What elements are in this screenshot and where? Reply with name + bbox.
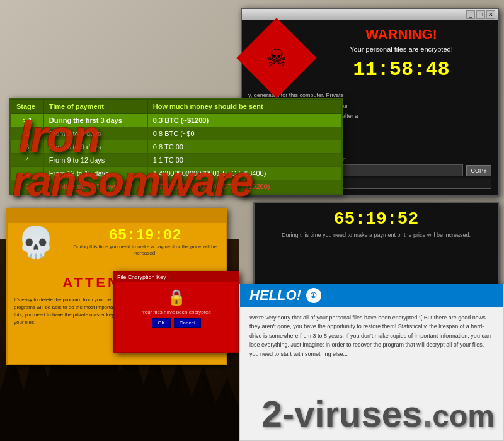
lock-icon: 🔒 <box>118 289 235 306</box>
hello-text: We're very sorry that all of your person… <box>249 314 491 357</box>
timer2-text: During this time you need to make a paym… <box>255 232 498 238</box>
skull-icon-area: 💀 <box>17 225 61 269</box>
wannacry-title: File Encryption Key <box>117 274 166 280</box>
cancel-btn[interactable]: Cancel <box>174 318 201 328</box>
warning-title: WARNING! <box>311 26 491 43</box>
hello-title: HELLO! <box>249 287 301 304</box>
twoviruses-label: 2-viruses <box>261 393 422 434</box>
wannacry-body: Your files have been encrypted <box>118 309 235 315</box>
hello-header: HELLO! ① <box>240 284 503 307</box>
amount-cell: 0.8 BTC (~$0 <box>147 127 341 140</box>
wannacry-content: 🔒 Your files have been encrypted OK Canc… <box>115 282 238 331</box>
ok-button[interactable]: OK <box>152 318 171 328</box>
twoviruses-text: 2-viruses.com <box>261 392 495 435</box>
skull-window-header <box>8 209 226 223</box>
skull-icon: 💀 <box>17 225 61 260</box>
skull-timer-area: 65:19:02 During this time you need to ma… <box>71 227 219 257</box>
wannacry-window: File Encryption Key 🔒 Your files have be… <box>113 271 239 353</box>
warning-header: ☠ WARNING! Your personal files are encry… <box>248 26 491 86</box>
close-button[interactable]: ✕ <box>486 10 495 19</box>
hello-badge: ① <box>306 288 321 303</box>
wannacry-titlebar: File Encryption Key <box>115 272 238 282</box>
iron-overlay-text: Iron <box>19 110 100 162</box>
warning-right-panel: WARNING! Your personal files are encrypt… <box>311 26 491 86</box>
timer2-display: 65:19:52 <box>255 203 498 232</box>
amount-header: How much money should be sent <box>147 100 341 114</box>
warning-subtitle: Your personal files are encrypted! <box>311 45 491 53</box>
skull-diamond: ☠ <box>236 18 316 98</box>
hello-content: We're very sorry that all of your person… <box>240 307 503 365</box>
twoviruses-domain: com <box>432 399 495 433</box>
warning-titlebar: _ □ ✕ <box>242 9 498 20</box>
ransomware-overlay-text: ransomware <box>13 156 253 205</box>
skull-timer: 65:19:02 <box>71 227 219 244</box>
twoviruses-suffix: . <box>422 393 432 434</box>
warning-timer: 11:58:48 <box>311 58 491 81</box>
wannacry-buttons: OK Cancel <box>118 318 235 328</box>
minimize-button[interactable]: _ <box>466 10 475 19</box>
amount-cell: 0.8 TC 00 <box>147 140 341 154</box>
maximize-button[interactable]: □ <box>476 10 485 19</box>
amount-cell: 0.3 BTC (~$1200) <box>147 114 341 127</box>
skull-timer-label: During this time you need to make a paym… <box>71 244 219 257</box>
copy-button[interactable]: COPY <box>466 165 491 176</box>
skull-symbol: ☠ <box>266 45 287 71</box>
